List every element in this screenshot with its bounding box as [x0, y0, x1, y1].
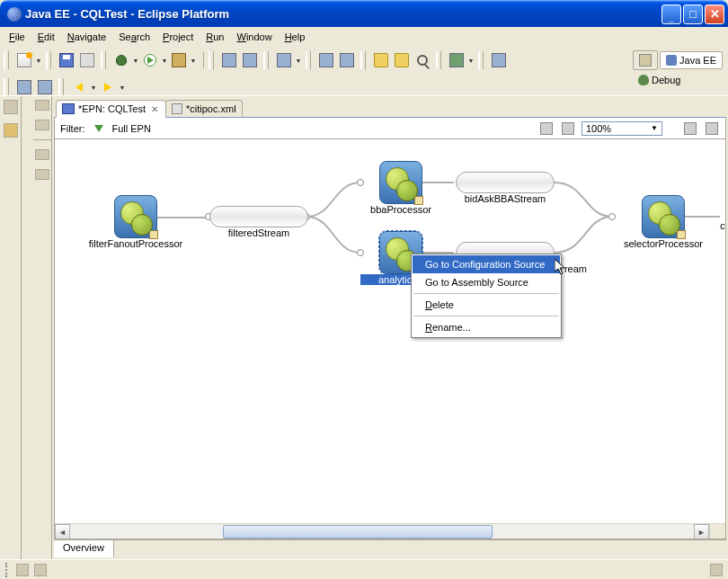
status-icon-3[interactable]: [710, 564, 723, 576]
close-tab-icon[interactable]: ✕: [149, 103, 160, 114]
filter-scope: Full EPN: [112, 123, 151, 134]
tool-btn-5[interactable]: [337, 50, 357, 70]
title-bar: Java EE - CQLTest - Eclipse Platform _ □…: [0, 0, 728, 27]
window-title: Java EE - CQLTest - Eclipse Platform: [25, 7, 661, 21]
layout-btn-2[interactable]: [560, 120, 576, 137]
left-trim-bar-1: [0, 96, 22, 559]
ctx-goto-assembly-source[interactable]: Go to Assembly Source: [413, 273, 560, 291]
new-button[interactable]: [14, 50, 34, 70]
editor-tab-xml-label: *citipoc.xml: [186, 103, 236, 114]
main-toolbar: ▼ ▼ ▼ ▼ ▼: [0, 47, 728, 102]
ctx-goto-config-source[interactable]: Go to Configuration Source: [413, 255, 560, 273]
tool-btn-8[interactable]: [447, 50, 466, 70]
view-stub-5[interactable]: [35, 149, 49, 160]
app-icon: [7, 7, 22, 22]
scroll-track[interactable]: [70, 524, 694, 539]
node-filterfanout[interactable]: filterFanoutProcessor: [82, 195, 190, 249]
scroll-thumb[interactable]: [223, 525, 493, 539]
main-area: *EPN: CQLTest ✕ *citipoc.xml Filter: Ful…: [0, 95, 728, 559]
menu-window[interactable]: Window: [231, 30, 277, 44]
editor-tab-epn-label: *EPN: CQLTest: [78, 103, 146, 114]
status-icon-1[interactable]: [16, 564, 29, 576]
node-bbaprocessor-label: bbaProcessor: [360, 204, 441, 215]
tool-btn-11[interactable]: [35, 77, 55, 97]
epn-tab-icon: [62, 103, 75, 114]
tool-btn-2[interactable]: [240, 50, 260, 70]
view-stub-1[interactable]: [4, 100, 18, 114]
tool-btn-1[interactable]: [219, 50, 239, 70]
close-button[interactable]: ✕: [705, 4, 724, 24]
ctx-rename[interactable]: Rename...: [413, 318, 560, 336]
filter-bar: Filter: Full EPN 100%▼: [54, 118, 726, 139]
node-bbaprocessor[interactable]: bbaProcessor: [360, 161, 441, 215]
sash-1[interactable]: [22, 96, 32, 559]
menu-project[interactable]: Project: [157, 30, 199, 44]
node-citip[interactable]: citip: [720, 220, 725, 231]
print-button[interactable]: [77, 50, 97, 70]
node-bidaskstream[interactable]: bidAskBBAStream: [456, 172, 555, 204]
horizontal-scrollbar[interactable]: ◄ ►: [55, 523, 709, 539]
view-stub-3[interactable]: [35, 100, 49, 111]
scroll-right-button[interactable]: ►: [694, 524, 709, 539]
perspective-debug[interactable]: Debug: [633, 72, 686, 88]
node-bidaskstream-label: bidAskBBAStream: [456, 193, 555, 204]
layout-btn-3[interactable]: [682, 120, 698, 137]
mouse-cursor: [555, 259, 569, 277]
node-citip-label: citip: [720, 220, 725, 231]
menu-run[interactable]: Run: [200, 30, 229, 44]
minimize-button[interactable]: _: [661, 4, 681, 24]
debug-button[interactable]: [111, 50, 131, 70]
search-button[interactable]: [413, 50, 432, 70]
menu-edit[interactable]: Edit: [32, 30, 60, 44]
tool-btn-7[interactable]: [392, 50, 412, 70]
editor-tab-epn[interactable]: *EPN: CQLTest ✕: [56, 100, 166, 118]
stream-icon: [209, 206, 308, 227]
view-stub-2[interactable]: [4, 123, 18, 138]
processor-icon: [642, 195, 685, 238]
editor-tab-bar: *EPN: CQLTest ✕ *citipoc.xml: [54, 98, 726, 118]
tool-btn-10[interactable]: [14, 77, 34, 97]
scroll-left-button[interactable]: ◄: [55, 524, 70, 539]
layout-btn-4[interactable]: [704, 120, 720, 137]
layout-btn-1[interactable]: [538, 120, 555, 137]
back-button[interactable]: [69, 77, 89, 97]
ctx-separator: [413, 316, 559, 316]
epn-canvas[interactable]: filterFanoutProcessor filteredStream bba…: [54, 139, 726, 539]
view-stub-4[interactable]: [35, 120, 49, 130]
ctx-delete[interactable]: Delete: [413, 296, 560, 314]
tool-btn-6[interactable]: [371, 50, 391, 70]
editor-bottom-tabs: Overview: [54, 539, 726, 557]
processor-icon: [114, 195, 157, 238]
maximize-button[interactable]: □: [683, 4, 703, 24]
scroll-corner: [709, 523, 725, 539]
zoom-value: 100%: [586, 123, 611, 134]
status-icon-2[interactable]: [34, 564, 47, 576]
forward-button[interactable]: [98, 77, 118, 97]
new-dropdown[interactable]: ▼: [35, 58, 42, 64]
node-selector-label: selectorProcessor: [614, 238, 713, 249]
tool-btn-4[interactable]: [316, 50, 336, 70]
filter-dropdown[interactable]: [91, 120, 107, 137]
menu-help[interactable]: Help: [280, 30, 311, 44]
node-selector[interactable]: selectorProcessor: [614, 195, 713, 249]
open-perspective-button[interactable]: [633, 50, 658, 70]
menu-file[interactable]: File: [4, 30, 31, 44]
view-stub-6[interactable]: [35, 169, 49, 180]
editor-tab-xml[interactable]: *citipoc.xml: [165, 100, 243, 117]
filter-label: Filter:: [60, 123, 85, 134]
overview-tab[interactable]: Overview: [54, 540, 114, 557]
perspective-debug-label: Debug: [652, 75, 680, 85]
menu-search[interactable]: Search: [113, 30, 155, 44]
save-button[interactable]: [57, 50, 76, 70]
zoom-select[interactable]: 100%▼: [582, 121, 662, 136]
perspective-javaee[interactable]: Java EE: [660, 51, 723, 69]
node-filteredstream[interactable]: filteredStream: [209, 206, 308, 238]
menu-bar: File Edit Navigate Search Project Run Wi…: [0, 27, 728, 47]
external-tools-button[interactable]: [169, 50, 189, 70]
node-filterfanout-label: filterFanoutProcessor: [82, 238, 190, 249]
menu-navigate[interactable]: Navigate: [62, 30, 111, 44]
tool-btn-3[interactable]: [274, 50, 294, 70]
xml-tab-icon: [172, 103, 182, 114]
tool-btn-9[interactable]: [489, 50, 509, 70]
run-button[interactable]: [140, 50, 160, 70]
